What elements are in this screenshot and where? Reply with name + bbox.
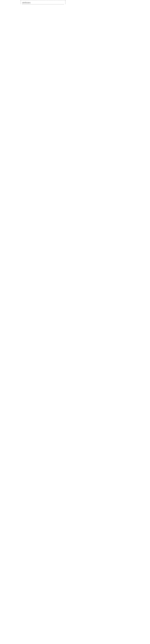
attributes-box: attributes grp commonPowerAttributes idT… xyxy=(21,0,66,4)
group-common: grp commonPowerAttributes idThe local id… xyxy=(22,4,64,4)
attributes-label: attributes xyxy=(22,2,64,4)
attributes-container: attributes grp commonPowerAttributes idT… xyxy=(21,0,66,4)
